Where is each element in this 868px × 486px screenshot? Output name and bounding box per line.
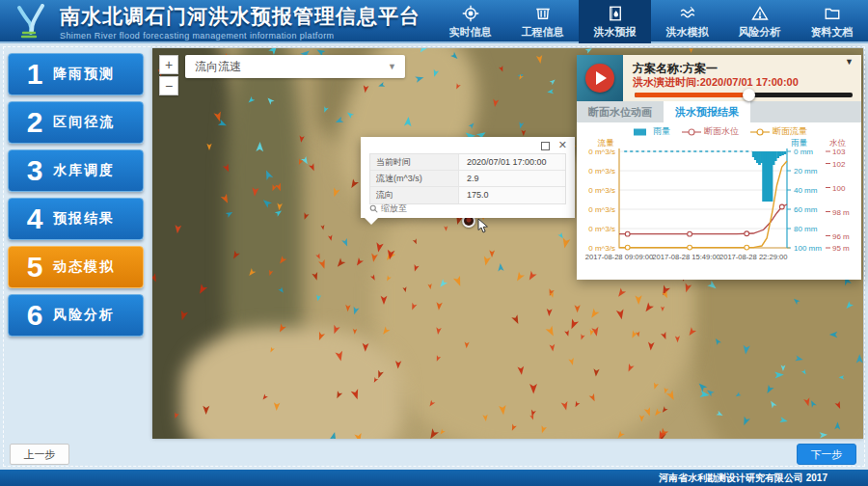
forecast-chart-area: 雨量断面水位断面流量 0 m^3/s0 mm0 m^3/s20 mm0 m^3/… <box>577 122 861 280</box>
sidebar-item-rain-forecast[interactable]: 1 降雨预测 <box>8 53 144 95</box>
simulation-panel: 方案名称:方案一 洪水演进时间:2020/07/01 17:00:00 ▼ 断面… <box>577 55 861 280</box>
svg-text:40 mm: 40 mm <box>794 186 818 195</box>
top-nav: 实时信息 工程信息 洪水预报 洪水模拟 风险分析 <box>434 0 868 43</box>
sidebar-item-risk-analysis[interactable]: 6 风险分析 <box>8 294 144 337</box>
legend-swatch <box>750 127 770 137</box>
warning-triangle-icon <box>751 5 769 22</box>
svg-text:98 m: 98 m <box>832 208 850 217</box>
legend-label: 雨量 <box>653 125 670 138</box>
page-subtitle: Shimen River flood forecasting managemen… <box>60 31 420 40</box>
nav-realtime-info[interactable]: 实时信息 <box>434 0 506 43</box>
chart-legend: 雨量断面水位断面流量 <box>577 122 861 138</box>
video-thumbnail <box>577 55 623 101</box>
svg-text:0 m^3/s: 0 m^3/s <box>588 148 615 156</box>
waves-icon <box>679 5 696 22</box>
footer-bar: 河南省水利勘测设计研究有限公司 2017 <box>0 470 868 486</box>
svg-text:60 mm: 60 mm <box>794 205 818 214</box>
dam-icon <box>534 5 552 22</box>
svg-text:100: 100 <box>832 184 846 193</box>
svg-text:水位: 水位 <box>829 138 847 148</box>
map-info-popup: ✕ 当前时间 2020/07/01 17:00:00 流速(m^3/s) 2.9… <box>361 137 575 218</box>
nav-risk-analysis[interactable]: 风险分析 <box>723 0 796 43</box>
svg-text:20 mm: 20 mm <box>794 167 818 176</box>
zoom-in-button[interactable]: + <box>159 55 178 74</box>
app-header: 南水北调石门河洪水预报管理信息平台 Shimen River flood for… <box>0 0 868 43</box>
legend-item[interactable]: 断面流量 <box>750 125 807 138</box>
chevron-down-icon[interactable]: ▼ <box>845 57 854 67</box>
zoom-to-link[interactable]: 缩放至 <box>369 202 407 215</box>
zoom-out-button[interactable]: − <box>159 76 178 95</box>
forecast-chart: 0 m^3/s0 mm0 m^3/s20 mm0 m^3/s40 mm0 m^3… <box>577 138 861 277</box>
tab-section-water-level-animation[interactable]: 断面水位动画 <box>577 101 664 122</box>
folder-icon <box>824 5 841 22</box>
flood-forecast-icon <box>607 5 624 22</box>
app-logo-icon <box>10 4 54 40</box>
svg-text:0 mm: 0 mm <box>794 148 813 156</box>
slider-fill <box>635 93 748 97</box>
legend-item[interactable]: 断面水位 <box>682 125 739 138</box>
sidebar-item-interval-runoff[interactable]: 2 区间径流 <box>8 101 144 144</box>
svg-text:102: 102 <box>832 160 846 169</box>
legend-label: 断面流量 <box>773 125 807 138</box>
slider-handle[interactable] <box>743 89 755 101</box>
playback-slider[interactable] <box>635 93 853 97</box>
copyright-text: 河南省水利勘测设计研究有限公司 2017 <box>659 472 827 485</box>
flood-time-label: 洪水演进时间:2020/07/01 17:00:00 <box>633 75 799 90</box>
maximize-icon[interactable] <box>541 142 550 150</box>
svg-text:2017-08-28 22:29:00: 2017-08-28 22:29:00 <box>719 253 788 261</box>
popup-pointer <box>365 218 378 231</box>
svg-text:雨量: 雨量 <box>791 138 808 148</box>
nav-flood-forecast[interactable]: 洪水预报 <box>579 0 651 43</box>
svg-text:100 mm: 100 mm <box>794 244 822 253</box>
svg-text:95 m: 95 m <box>832 244 850 253</box>
table-row: 流向 175.0 <box>370 187 565 203</box>
svg-text:2017-08-28 15:49:00: 2017-08-28 15:49:00 <box>652 253 720 261</box>
layer-select-value: 流向流速 <box>195 59 388 75</box>
layer-select-dropdown[interactable]: 流向流速 ▼ <box>185 55 405 78</box>
svg-text:80 mm: 80 mm <box>794 225 818 233</box>
sidebar-item-dynamic-simulation[interactable]: 5 动态模拟 <box>8 246 144 288</box>
sidebar-item-forecast-result[interactable]: 4 预报结果 <box>8 198 144 240</box>
svg-text:流量: 流量 <box>598 138 615 148</box>
page-title: 南水北调石门河洪水预报管理信息平台 <box>60 3 420 30</box>
svg-text:0 m^3/s: 0 m^3/s <box>588 205 615 214</box>
target-icon <box>462 5 479 22</box>
popup-table: 当前时间 2020/07/01 17:00:00 流速(m^3/s) 2.9 流… <box>369 153 566 204</box>
next-step-button[interactable]: 下一步 <box>797 444 856 465</box>
svg-text:0 m^3/s: 0 m^3/s <box>588 225 615 233</box>
play-button[interactable] <box>585 64 614 93</box>
close-icon[interactable]: ✕ <box>558 139 567 151</box>
svg-text:2017-08-28 09:09:00: 2017-08-28 09:09:00 <box>585 253 654 261</box>
sidebar-item-reservoir-dispatch[interactable]: 3 水库调度 <box>8 149 144 192</box>
nav-flood-simulation[interactable]: 洪水模拟 <box>651 0 723 43</box>
svg-text:0 m^3/s: 0 m^3/s <box>588 167 615 176</box>
panel-tabs: 断面水位动画 洪水预报结果 <box>577 101 861 122</box>
svg-text:0 m^3/s: 0 m^3/s <box>588 186 615 195</box>
svg-text:96 m: 96 m <box>832 232 850 241</box>
panel-header: 方案名称:方案一 洪水演进时间:2020/07/01 17:00:00 ▼ <box>577 55 861 101</box>
legend-item[interactable]: 雨量 <box>631 125 670 138</box>
magnifier-icon <box>369 204 378 213</box>
prev-step-button[interactable]: 上一步 <box>10 444 69 465</box>
legend-swatch <box>682 127 701 137</box>
nav-documents[interactable]: 资料文档 <box>796 0 868 43</box>
nav-project-info[interactable]: 工程信息 <box>506 0 579 43</box>
table-row: 当前时间 2020/07/01 17:00:00 <box>370 154 565 171</box>
chevron-down-icon: ▼ <box>388 62 396 71</box>
table-row: 流速(m^3/s) 2.9 <box>370 171 565 187</box>
tab-flood-forecast-result[interactable]: 洪水预报结果 <box>664 101 750 122</box>
svg-text:0 m^3/s: 0 m^3/s <box>588 244 615 253</box>
legend-swatch <box>631 127 650 137</box>
map-zoom-control: + − <box>159 55 178 95</box>
svg-text:103: 103 <box>832 148 846 156</box>
legend-label: 断面水位 <box>704 125 739 138</box>
mouse-cursor <box>477 218 489 233</box>
